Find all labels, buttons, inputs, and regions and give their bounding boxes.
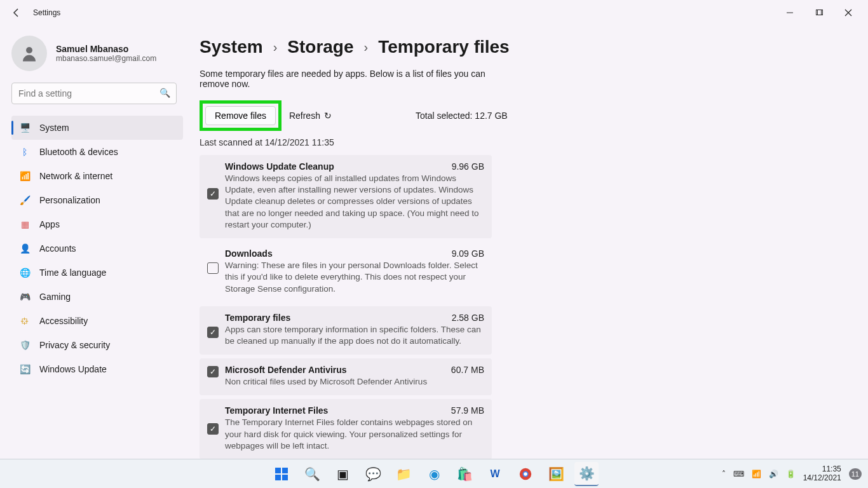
last-scanned: Last scanned at 14/12/2021 11:35 <box>200 137 843 147</box>
avatar <box>11 36 47 71</box>
chat-icon[interactable]: 💬 <box>361 462 385 486</box>
sidebar-item-time-language[interactable]: 🌐Time & language <box>11 261 183 285</box>
action-row: Remove files Refresh ↻ Total selected: 1… <box>200 100 843 131</box>
sidebar-item-bluetooth-devices[interactable]: ᛒBluetooth & devices <box>11 140 183 164</box>
nav-icon: ▦ <box>19 219 31 230</box>
chevron-right-icon: › <box>273 40 278 55</box>
sidebar-item-accessibility[interactable]: ⯐Accessibility <box>11 309 183 333</box>
start-button[interactable] <box>269 462 294 486</box>
svg-point-6 <box>524 472 527 476</box>
nav-icon: ᛒ <box>19 146 31 158</box>
task-view-icon[interactable]: ▣ <box>330 462 355 486</box>
nav-icon: 🛡️ <box>19 339 31 351</box>
item-checkbox[interactable]: ✓ <box>207 423 219 435</box>
sidebar-item-privacy-security[interactable]: 🛡️Privacy & security <box>11 333 183 357</box>
item-body: Windows Update Cleanup9.96 GBWindows kee… <box>225 161 484 231</box>
nav-label: Bluetooth & devices <box>39 147 118 157</box>
item-size: 9.96 GB <box>452 161 484 172</box>
nav-label: Personalization <box>39 195 100 205</box>
nav-icon: ⯐ <box>19 315 31 327</box>
svg-point-3 <box>26 47 32 53</box>
nav-icon: 🌐 <box>19 267 31 278</box>
tray-chevron-icon[interactable]: ˄ <box>722 470 726 478</box>
wifi-icon[interactable]: 📶 <box>752 470 761 478</box>
item-checkbox[interactable] <box>207 262 219 274</box>
storage-item: Downloads9.09 GBWarning: These are files… <box>200 242 492 302</box>
sidebar-item-apps[interactable]: ▦Apps <box>11 212 183 236</box>
remove-files-button[interactable]: Remove files <box>205 106 276 125</box>
maximize-button[interactable] <box>804 0 834 25</box>
nav-label: Time & language <box>39 268 106 278</box>
nav-label: Gaming <box>39 292 71 302</box>
sidebar-item-windows-update[interactable]: 🔄Windows Update <box>11 357 183 381</box>
item-checkbox[interactable]: ✓ <box>207 366 219 377</box>
search-taskbar-icon[interactable]: 🔍 <box>300 462 324 486</box>
back-button[interactable] <box>5 1 28 24</box>
settings-taskbar-icon[interactable]: ⚙️ <box>574 462 599 486</box>
breadcrumb-current: Temporary files <box>378 37 509 57</box>
store-icon[interactable]: 🛍️ <box>452 462 477 486</box>
item-description: Windows keeps copies of all installed up… <box>225 173 484 231</box>
profile-row[interactable]: Samuel Mbanaso mbanaso.samuel@gmail.com <box>11 36 183 71</box>
highlight-annotation: Remove files <box>200 100 281 131</box>
item-description: Non critical files used by Microsoft Def… <box>225 376 484 388</box>
item-list: ✓Windows Update Cleanup9.96 GBWindows ke… <box>200 155 492 459</box>
photos-icon[interactable]: 🖼️ <box>544 462 568 486</box>
breadcrumb-system[interactable]: System <box>200 37 263 57</box>
nav-label: Accessibility <box>39 316 88 326</box>
taskbar-center: 🔍 ▣ 💬 📁 ◉ 🛍️ W 🖼️ ⚙️ <box>269 462 599 486</box>
item-title: Temporary files <box>225 313 290 323</box>
user-email: mbanaso.samuel@gmail.com <box>56 54 156 63</box>
nav-icon: 🖌️ <box>19 194 31 206</box>
sidebar-item-system[interactable]: 🖥️System <box>11 116 183 140</box>
notification-badge[interactable]: 11 <box>849 468 862 480</box>
battery-icon[interactable]: 🔋 <box>786 470 796 478</box>
volume-icon[interactable]: 🔊 <box>769 470 778 478</box>
user-name: Samuel Mbanaso <box>56 44 156 54</box>
edge-icon[interactable]: ◉ <box>422 462 446 486</box>
item-title: Downloads <box>225 248 273 259</box>
keyboard-icon[interactable]: ⌨ <box>733 470 744 478</box>
item-size: 60.7 MB <box>451 365 484 375</box>
page-description: Some temporary files are needed by apps.… <box>200 69 492 89</box>
close-button[interactable] <box>834 0 863 25</box>
item-checkbox[interactable]: ✓ <box>207 327 219 338</box>
refresh-icon: ↻ <box>324 111 332 121</box>
storage-item: ✓Temporary Internet Files57.9 MBThe Temp… <box>200 399 492 459</box>
item-body: Microsoft Defender Antivirus60.7 MBNon c… <box>225 365 484 388</box>
item-checkbox[interactable]: ✓ <box>207 188 219 200</box>
svg-rect-2 <box>818 10 823 15</box>
search-input[interactable] <box>11 83 177 104</box>
nav-label: Apps <box>39 219 60 229</box>
minimize-button[interactable] <box>775 0 804 25</box>
taskbar: 🔍 ▣ 💬 📁 ◉ 🛍️ W 🖼️ ⚙️ ˄ ⌨ 📶 🔊 🔋 11:35 14/… <box>0 459 868 488</box>
item-body: Temporary files2.58 GBApps can store tem… <box>225 313 484 347</box>
item-body: Downloads9.09 GBWarning: These are files… <box>225 248 484 295</box>
file-explorer-icon[interactable]: 📁 <box>391 462 416 486</box>
sidebar-item-accounts[interactable]: 👤Accounts <box>11 236 183 261</box>
chevron-right-icon: › <box>364 40 369 55</box>
clock[interactable]: 11:35 14/12/2021 <box>803 465 841 482</box>
breadcrumb-storage[interactable]: Storage <box>287 37 353 57</box>
item-body: Temporary Internet Files57.9 MBThe Tempo… <box>225 405 484 452</box>
nav-label: Network & internet <box>39 171 112 181</box>
system-tray: ˄ ⌨ 📶 🔊 🔋 11:35 14/12/2021 11 <box>722 465 862 482</box>
storage-item: ✓Temporary files2.58 GBApps can store te… <box>200 306 492 355</box>
nav-icon: 🔄 <box>19 363 31 375</box>
storage-item: ✓Windows Update Cleanup9.96 GBWindows ke… <box>200 155 492 238</box>
chrome-icon[interactable] <box>513 462 538 486</box>
nav-label: Privacy & security <box>39 340 110 350</box>
item-description: Apps can store temporary information in … <box>225 324 484 347</box>
search-box: 🔍 <box>11 83 183 104</box>
titlebar: Settings <box>0 0 868 25</box>
nav-label: System <box>39 123 69 133</box>
sidebar-item-personalization[interactable]: 🖌️Personalization <box>11 188 183 212</box>
refresh-label: Refresh <box>289 111 320 121</box>
item-title: Microsoft Defender Antivirus <box>225 365 347 375</box>
sidebar-item-network-internet[interactable]: 📶Network & internet <box>11 164 183 188</box>
word-icon[interactable]: W <box>483 462 507 486</box>
refresh-button[interactable]: Refresh ↻ <box>289 111 332 121</box>
app-title: Settings <box>33 8 60 17</box>
total-selected: Total selected: 12.7 GB <box>416 111 508 121</box>
sidebar-item-gaming[interactable]: 🎮Gaming <box>11 285 183 309</box>
